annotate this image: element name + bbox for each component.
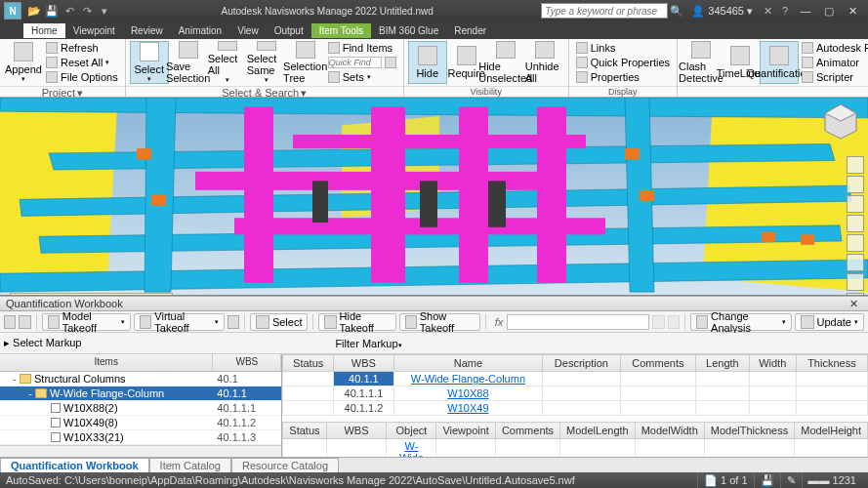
scripter-button[interactable]: Scripter [799, 70, 868, 84]
grid-col[interactable]: Description [543, 355, 621, 372]
close-icon[interactable]: ✕ [841, 4, 864, 18]
tab-viewpoint[interactable]: Viewpoint [65, 23, 123, 38]
col-items[interactable]: Items [0, 354, 213, 371]
tree-row[interactable]: -W-Wide Flange-Column40.1.1 [0, 386, 281, 401]
grid-col[interactable]: ModelThickness [704, 423, 794, 439]
nav-zoom-icon[interactable] [847, 195, 864, 213]
links-button[interactable]: Links [573, 41, 673, 55]
select-same-button[interactable]: Select Same▾ [247, 41, 286, 84]
select-button[interactable]: Select▾ [130, 41, 169, 84]
tab-item-tools[interactable]: Item Tools [311, 23, 371, 38]
col-wbs[interactable]: WBS [213, 354, 281, 371]
tree-row[interactable]: W10X33(21)40.1.1.3 [0, 430, 281, 445]
grid-col[interactable]: Comments [495, 423, 559, 439]
reset-all-button[interactable]: Reset All▾ [43, 56, 121, 69]
back-icon[interactable] [19, 315, 30, 329]
tab-item-catalog[interactable]: Item Catalog [149, 458, 231, 472]
home-icon[interactable] [4, 315, 16, 329]
select-all-button[interactable]: Select All▾ [208, 41, 247, 84]
hide-button[interactable]: Hide [408, 41, 447, 84]
grid-row[interactable]: 40.1.1.2W10X49 [283, 401, 868, 416]
tab-review[interactable]: Review [123, 23, 171, 38]
show-takeoff-button[interactable]: Show Takeoff [399, 313, 480, 331]
infocenter-icon[interactable]: 🔍 [669, 3, 684, 19]
tab-home[interactable]: Home [23, 23, 65, 38]
qat-save-icon[interactable]: 💾 [44, 3, 60, 19]
model-takeoff-button[interactable]: Model Takeoff▾ [42, 313, 132, 331]
view-cube[interactable] [821, 102, 860, 141]
help-icon[interactable]: ? [777, 3, 793, 19]
append-button[interactable]: Append▾ [4, 41, 43, 84]
grid-col[interactable]: Comments [620, 355, 695, 372]
unhide-all-button[interactable]: Unhide All [525, 41, 564, 84]
grid-col[interactable]: Width [749, 355, 796, 372]
clash-detective-button[interactable]: Clash Detective [682, 41, 721, 84]
tree-row[interactable]: W10X88(2)40.1.1.1 [0, 401, 281, 416]
refresh-button[interactable]: Refresh [43, 41, 121, 55]
nav-walk-icon[interactable] [847, 254, 864, 271]
virtual-takeoff-button[interactable]: Virtual Takeoff▾ [134, 313, 224, 331]
grid-col[interactable]: Status [283, 355, 334, 372]
user-account[interactable]: 👤345465▾ [691, 5, 753, 18]
grid-col[interactable]: Status [283, 423, 326, 439]
exchange-icon[interactable]: ✕ [760, 3, 775, 19]
tree-scrollbar[interactable] [0, 445, 281, 457]
autodesk-rendering-button[interactable]: Autodesk Rendering [799, 41, 868, 55]
file-options-button[interactable]: File Options [43, 70, 121, 84]
grid-col[interactable]: WBS [326, 423, 387, 439]
hide-takeoff-button[interactable]: Hide Takeoff [318, 313, 395, 331]
find-items-button[interactable]: Find Items [325, 41, 399, 55]
tree-row[interactable]: -Structural Columns40.1 [0, 372, 281, 386]
nav-select-icon[interactable] [847, 293, 864, 295]
qat-undo-icon[interactable]: ↶ [62, 3, 77, 19]
qat-redo-icon[interactable]: ↷ [79, 3, 95, 19]
properties-button[interactable]: Properties [573, 70, 673, 84]
tab-animation[interactable]: Animation [171, 23, 229, 38]
selection-tree-button[interactable]: Selection Tree [286, 41, 325, 84]
grid-col[interactable]: ModelWidth [635, 423, 704, 439]
grid-col[interactable]: WBS [334, 355, 394, 372]
minimize-icon[interactable]: — [794, 4, 817, 18]
formula-input[interactable] [507, 314, 649, 330]
tab-view[interactable]: View [229, 23, 267, 38]
animator-button[interactable]: Animator [799, 56, 868, 69]
items-grid[interactable]: StatusWBSNameDescriptionCommentsLengthWi… [282, 354, 868, 416]
help-search-input[interactable] [541, 3, 668, 19]
app-logo[interactable]: N [4, 2, 21, 20]
save-selection-button[interactable]: Save Selection [169, 41, 208, 84]
update-button[interactable]: Update▾ [795, 313, 864, 331]
grid-row[interactable]: 40.1.1W-Wide Flange-Column [283, 372, 868, 386]
quantification-button[interactable]: Quantification [760, 41, 799, 84]
qat-dropdown-icon[interactable]: ▾ [97, 3, 112, 19]
tab-quant-workbook[interactable]: Quantification Workbook [0, 458, 149, 472]
nav-fly-icon[interactable] [847, 273, 864, 291]
nav-wheel-icon[interactable] [847, 156, 864, 174]
sets-button[interactable]: Sets▾ [325, 70, 399, 84]
tab-bim360[interactable]: BIM 360 Glue [371, 23, 446, 38]
quick-properties-button[interactable]: Quick Properties [573, 56, 673, 69]
tab-resource-catalog[interactable]: Resource Catalog [231, 458, 339, 472]
nav-orbit-icon[interactable] [847, 215, 864, 232]
tab-render[interactable]: Render [446, 23, 494, 38]
grid-row[interactable]: 40.1.1.1W10X88 [283, 386, 868, 401]
select-button2[interactable]: Select [250, 313, 309, 331]
grid-col[interactable]: Thickness [796, 355, 867, 372]
tree-row[interactable]: W10X49(8)40.1.1.2 [0, 416, 281, 430]
nav-pan-icon[interactable] [847, 176, 864, 193]
maximize-icon[interactable]: ▢ [817, 4, 841, 18]
grid-col[interactable]: Name [393, 355, 542, 372]
qat-open-icon[interactable]: 📂 [26, 3, 42, 19]
grid-col[interactable]: Viewpoint [436, 423, 496, 439]
3d-viewport[interactable]: F.8(1):10(-2) : F.C. @ Level 3 (-28) [0, 98, 868, 295]
quick-find-input[interactable] [325, 56, 399, 69]
grid-col[interactable]: Object [387, 423, 436, 439]
tab-output[interactable]: Output [267, 23, 311, 38]
grid-col[interactable]: ModelHeight [795, 423, 868, 439]
grid-col[interactable]: ModelLength [560, 423, 636, 439]
grid-col[interactable]: Length [696, 355, 750, 372]
change-analysis-button[interactable]: Change Analysis▾ [690, 313, 792, 331]
hide-unselected-button[interactable]: Hide Unselected [486, 41, 525, 84]
options-icon[interactable] [227, 315, 239, 329]
panel-close-icon[interactable]: ✕ [846, 298, 862, 310]
nav-look-icon[interactable] [847, 234, 864, 252]
